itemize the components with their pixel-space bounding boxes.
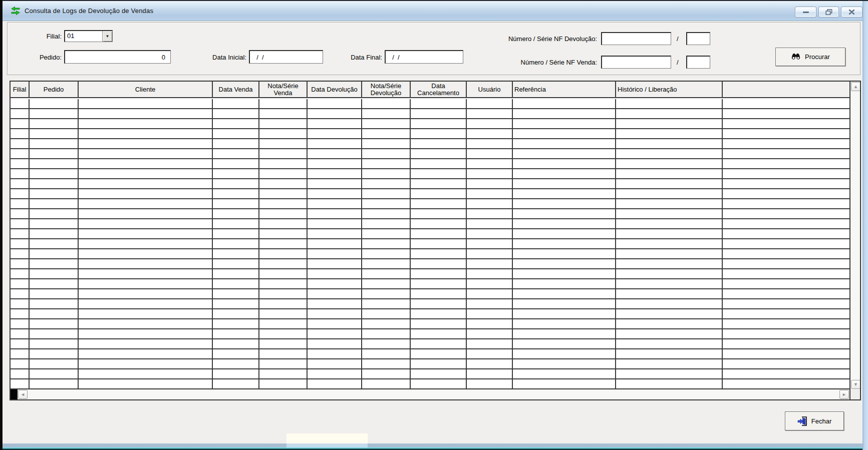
table-cell[interactable] [723, 379, 849, 388]
table-cell[interactable] [79, 319, 213, 328]
table-row[interactable] [11, 129, 849, 139]
table-cell[interactable] [411, 169, 467, 178]
table-row[interactable] [11, 269, 849, 279]
table-cell[interactable] [308, 289, 362, 298]
table-row[interactable] [11, 99, 849, 109]
table-cell[interactable] [362, 279, 411, 288]
table-row[interactable] [11, 309, 849, 319]
table-cell[interactable] [467, 299, 513, 308]
table-cell[interactable] [467, 99, 513, 108]
column-header-4[interactable]: Nota/Série Venda [259, 82, 308, 97]
table-cell[interactable] [79, 109, 213, 118]
column-header-1[interactable]: Pedido [30, 82, 79, 97]
table-row[interactable] [11, 109, 849, 119]
table-cell[interactable] [259, 209, 308, 218]
table-cell[interactable] [411, 359, 467, 368]
table-cell[interactable] [467, 359, 513, 368]
table-cell[interactable] [723, 249, 849, 258]
table-cell[interactable] [11, 209, 30, 218]
table-cell[interactable] [616, 239, 723, 248]
table-cell[interactable] [467, 209, 513, 218]
table-cell[interactable] [259, 349, 308, 358]
table-cell[interactable] [30, 109, 79, 118]
column-header-3[interactable]: Data Venda [213, 82, 259, 97]
table-cell[interactable] [79, 159, 213, 168]
table-cell[interactable] [723, 139, 849, 148]
table-cell[interactable] [213, 329, 259, 338]
table-cell[interactable] [30, 189, 79, 198]
table-cell[interactable] [11, 299, 30, 308]
table-cell[interactable] [411, 159, 467, 168]
table-cell[interactable] [362, 159, 411, 168]
table-cell[interactable] [213, 319, 259, 328]
data-final-input[interactable] [385, 50, 463, 64]
table-cell[interactable] [362, 209, 411, 218]
table-cell[interactable] [11, 179, 30, 188]
table-row[interactable] [11, 319, 849, 329]
nf-venda-serie-input[interactable] [686, 56, 710, 69]
table-cell[interactable] [308, 219, 362, 228]
table-cell[interactable] [213, 259, 259, 268]
table-cell[interactable] [213, 269, 259, 278]
table-row[interactable] [11, 199, 849, 209]
table-cell[interactable] [616, 249, 723, 258]
table-cell[interactable] [30, 129, 79, 138]
table-cell[interactable] [513, 99, 616, 108]
table-cell[interactable] [30, 369, 79, 378]
table-cell[interactable] [362, 179, 411, 188]
table-cell[interactable] [362, 109, 411, 118]
table-cell[interactable] [467, 329, 513, 338]
table-cell[interactable] [259, 169, 308, 178]
table-cell[interactable] [411, 379, 467, 388]
table-cell[interactable] [616, 349, 723, 358]
table-cell[interactable] [513, 239, 616, 248]
nf-devolucao-serie-input[interactable] [686, 32, 710, 45]
table-cell[interactable] [308, 179, 362, 188]
table-cell[interactable] [411, 279, 467, 288]
table-cell[interactable] [11, 99, 30, 108]
table-cell[interactable] [411, 319, 467, 328]
table-cell[interactable] [616, 369, 723, 378]
table-cell[interactable] [616, 229, 723, 238]
table-cell[interactable] [259, 129, 308, 138]
table-cell[interactable] [259, 119, 308, 128]
table-cell[interactable] [362, 189, 411, 198]
table-cell[interactable] [30, 249, 79, 258]
table-row[interactable] [11, 329, 849, 339]
table-cell[interactable] [723, 299, 849, 308]
table-cell[interactable] [79, 359, 213, 368]
table-cell[interactable] [513, 109, 616, 118]
table-cell[interactable] [723, 129, 849, 138]
table-cell[interactable] [723, 329, 849, 338]
table-cell[interactable] [11, 189, 30, 198]
table-cell[interactable] [11, 139, 30, 148]
table-cell[interactable] [513, 129, 616, 138]
table-cell[interactable] [11, 109, 30, 118]
table-cell[interactable] [411, 199, 467, 208]
table-cell[interactable] [467, 249, 513, 258]
table-cell[interactable] [723, 349, 849, 358]
table-cell[interactable] [213, 359, 259, 368]
table-cell[interactable] [30, 159, 79, 168]
close-button[interactable] [841, 7, 862, 18]
table-cell[interactable] [213, 239, 259, 248]
table-cell[interactable] [11, 119, 30, 128]
table-cell[interactable] [308, 119, 362, 128]
table-cell[interactable] [723, 159, 849, 168]
column-header-5[interactable]: Data Devolução [308, 82, 362, 97]
table-cell[interactable] [308, 349, 362, 358]
results-grid[interactable]: FilialPedidoClienteData VendaNota/Série … [10, 81, 861, 400]
table-cell[interactable] [259, 329, 308, 338]
table-cell[interactable] [616, 259, 723, 268]
table-cell[interactable] [308, 99, 362, 108]
table-cell[interactable] [467, 219, 513, 228]
table-cell[interactable] [513, 229, 616, 238]
table-cell[interactable] [79, 349, 213, 358]
table-cell[interactable] [513, 249, 616, 258]
table-row[interactable] [11, 249, 849, 259]
table-cell[interactable] [79, 119, 213, 128]
table-cell[interactable] [467, 149, 513, 158]
table-cell[interactable] [723, 309, 849, 318]
table-cell[interactable] [616, 199, 723, 208]
table-cell[interactable] [467, 229, 513, 238]
